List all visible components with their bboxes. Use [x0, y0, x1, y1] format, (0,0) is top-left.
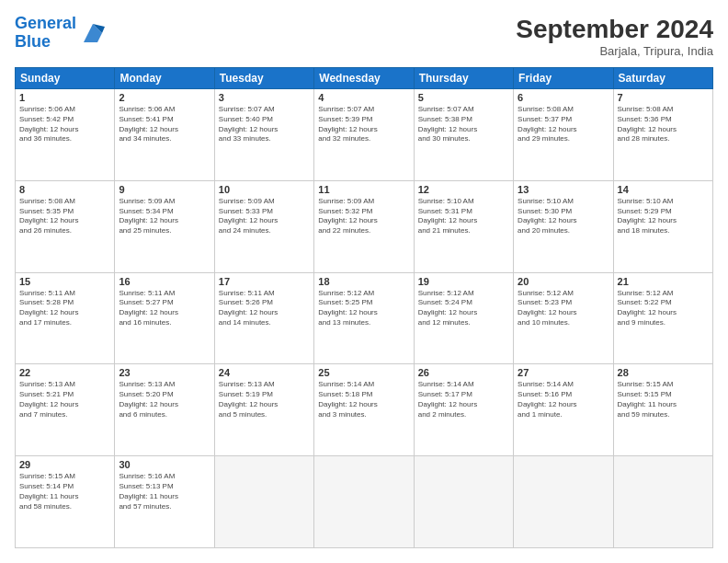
day-cell: 15 Sunrise: 5:11 AMSunset: 5:28 PMDaylig… [16, 272, 115, 364]
logo-text2: Blue [15, 33, 76, 52]
logo-icon [79, 19, 107, 47]
day-info: Sunrise: 5:07 AMSunset: 5:40 PMDaylight:… [219, 105, 310, 144]
week-row: 22 Sunrise: 5:13 AMSunset: 5:21 PMDaylig… [16, 364, 713, 456]
header-thursday: Thursday [414, 68, 513, 89]
day-info: Sunrise: 5:15 AMSunset: 5:14 PMDaylight:… [19, 472, 110, 511]
day-number: 16 [119, 276, 210, 287]
day-number: 26 [418, 367, 509, 378]
day-cell: 30 Sunrise: 5:16 AMSunset: 5:13 PMDaylig… [115, 456, 214, 548]
month-title: September 2024 [516, 15, 713, 44]
day-cell: 9 Sunrise: 5:09 AMSunset: 5:34 PMDayligh… [115, 180, 214, 272]
weekday-header-row: Sunday Monday Tuesday Wednesday Thursday… [16, 68, 713, 89]
day-info: Sunrise: 5:14 AMSunset: 5:18 PMDaylight:… [318, 380, 409, 419]
day-info: Sunrise: 5:14 AMSunset: 5:16 PMDaylight:… [518, 380, 609, 419]
day-cell: 28 Sunrise: 5:15 AMSunset: 5:15 PMDaylig… [613, 364, 712, 456]
header-monday: Monday [115, 68, 214, 89]
header-friday: Friday [514, 68, 613, 89]
empty-cell [214, 456, 313, 548]
day-number: 10 [219, 184, 310, 195]
day-number: 24 [219, 367, 310, 378]
day-number: 14 [618, 184, 709, 195]
day-cell: 27 Sunrise: 5:14 AMSunset: 5:16 PMDaylig… [514, 364, 613, 456]
day-cell: 1 Sunrise: 5:06 AMSunset: 5:42 PMDayligh… [16, 89, 115, 181]
day-number: 3 [219, 92, 310, 103]
day-info: Sunrise: 5:12 AMSunset: 5:23 PMDaylight:… [518, 289, 609, 328]
day-number: 21 [618, 276, 709, 287]
day-number: 11 [318, 184, 409, 195]
day-info: Sunrise: 5:09 AMSunset: 5:33 PMDaylight:… [219, 197, 310, 236]
day-number: 5 [418, 92, 509, 103]
header-wednesday: Wednesday [314, 68, 414, 89]
day-cell: 7 Sunrise: 5:08 AMSunset: 5:36 PMDayligh… [613, 89, 712, 181]
day-info: Sunrise: 5:12 AMSunset: 5:25 PMDaylight:… [318, 289, 409, 328]
day-info: Sunrise: 5:12 AMSunset: 5:24 PMDaylight:… [418, 289, 509, 328]
day-number: 13 [518, 184, 609, 195]
week-row: 15 Sunrise: 5:11 AMSunset: 5:28 PMDaylig… [16, 272, 713, 364]
day-number: 30 [119, 459, 210, 470]
day-cell: 4 Sunrise: 5:07 AMSunset: 5:39 PMDayligh… [314, 89, 414, 181]
header: General Blue September 2024 Barjala, Tri… [15, 15, 713, 58]
day-cell: 24 Sunrise: 5:13 AMSunset: 5:19 PMDaylig… [214, 364, 313, 456]
day-info: Sunrise: 5:12 AMSunset: 5:22 PMDaylight:… [618, 289, 709, 328]
header-sunday: Sunday [16, 68, 115, 89]
day-info: Sunrise: 5:13 AMSunset: 5:19 PMDaylight:… [219, 380, 310, 419]
day-cell: 6 Sunrise: 5:08 AMSunset: 5:37 PMDayligh… [514, 89, 613, 181]
day-number: 27 [518, 367, 609, 378]
header-saturday: Saturday [613, 68, 712, 89]
day-cell: 25 Sunrise: 5:14 AMSunset: 5:18 PMDaylig… [314, 364, 414, 456]
location: Barjala, Tripura, India [516, 44, 713, 58]
day-info: Sunrise: 5:13 AMSunset: 5:20 PMDaylight:… [119, 380, 210, 419]
day-info: Sunrise: 5:08 AMSunset: 5:35 PMDaylight:… [19, 197, 110, 236]
day-info: Sunrise: 5:14 AMSunset: 5:17 PMDaylight:… [418, 380, 509, 419]
day-cell: 5 Sunrise: 5:07 AMSunset: 5:38 PMDayligh… [414, 89, 513, 181]
day-number: 15 [19, 276, 110, 287]
day-cell: 22 Sunrise: 5:13 AMSunset: 5:21 PMDaylig… [16, 364, 115, 456]
day-number: 18 [318, 276, 409, 287]
day-number: 29 [19, 459, 110, 470]
day-info: Sunrise: 5:07 AMSunset: 5:39 PMDaylight:… [318, 105, 409, 144]
logo-text: General [15, 15, 76, 33]
day-number: 25 [318, 367, 409, 378]
logo: General Blue [15, 15, 107, 52]
day-info: Sunrise: 5:11 AMSunset: 5:26 PMDaylight:… [219, 289, 310, 328]
day-number: 1 [19, 92, 110, 103]
day-number: 9 [119, 184, 210, 195]
day-info: Sunrise: 5:09 AMSunset: 5:32 PMDaylight:… [318, 197, 409, 236]
title-block: September 2024 Barjala, Tripura, India [516, 15, 713, 58]
day-cell: 19 Sunrise: 5:12 AMSunset: 5:24 PMDaylig… [414, 272, 513, 364]
day-number: 7 [618, 92, 709, 103]
day-cell: 16 Sunrise: 5:11 AMSunset: 5:27 PMDaylig… [115, 272, 214, 364]
day-info: Sunrise: 5:09 AMSunset: 5:34 PMDaylight:… [119, 197, 210, 236]
day-info: Sunrise: 5:10 AMSunset: 5:30 PMDaylight:… [518, 197, 609, 236]
day-cell: 10 Sunrise: 5:09 AMSunset: 5:33 PMDaylig… [214, 180, 313, 272]
day-info: Sunrise: 5:08 AMSunset: 5:36 PMDaylight:… [618, 105, 709, 144]
day-number: 22 [19, 367, 110, 378]
week-row: 1 Sunrise: 5:06 AMSunset: 5:42 PMDayligh… [16, 89, 713, 181]
day-cell: 21 Sunrise: 5:12 AMSunset: 5:22 PMDaylig… [613, 272, 712, 364]
day-number: 8 [19, 184, 110, 195]
day-info: Sunrise: 5:16 AMSunset: 5:13 PMDaylight:… [119, 472, 210, 511]
day-number: 17 [219, 276, 310, 287]
day-cell: 2 Sunrise: 5:06 AMSunset: 5:41 PMDayligh… [115, 89, 214, 181]
day-info: Sunrise: 5:13 AMSunset: 5:21 PMDaylight:… [19, 380, 110, 419]
day-cell: 3 Sunrise: 5:07 AMSunset: 5:40 PMDayligh… [214, 89, 313, 181]
day-info: Sunrise: 5:08 AMSunset: 5:37 PMDaylight:… [518, 105, 609, 144]
day-cell: 13 Sunrise: 5:10 AMSunset: 5:30 PMDaylig… [514, 180, 613, 272]
day-info: Sunrise: 5:10 AMSunset: 5:29 PMDaylight:… [618, 197, 709, 236]
day-cell: 23 Sunrise: 5:13 AMSunset: 5:20 PMDaylig… [115, 364, 214, 456]
day-cell: 29 Sunrise: 5:15 AMSunset: 5:14 PMDaylig… [16, 456, 115, 548]
day-cell: 14 Sunrise: 5:10 AMSunset: 5:29 PMDaylig… [613, 180, 712, 272]
header-tuesday: Tuesday [214, 68, 313, 89]
day-info: Sunrise: 5:06 AMSunset: 5:42 PMDaylight:… [19, 105, 110, 144]
empty-cell [314, 456, 414, 548]
day-cell: 17 Sunrise: 5:11 AMSunset: 5:26 PMDaylig… [214, 272, 313, 364]
day-info: Sunrise: 5:11 AMSunset: 5:27 PMDaylight:… [119, 289, 210, 328]
day-cell: 18 Sunrise: 5:12 AMSunset: 5:25 PMDaylig… [314, 272, 414, 364]
empty-cell [514, 456, 613, 548]
week-row: 29 Sunrise: 5:15 AMSunset: 5:14 PMDaylig… [16, 456, 713, 548]
day-number: 23 [119, 367, 210, 378]
empty-cell [613, 456, 712, 548]
day-cell: 8 Sunrise: 5:08 AMSunset: 5:35 PMDayligh… [16, 180, 115, 272]
day-number: 4 [318, 92, 409, 103]
page: General Blue September 2024 Barjala, Tri… [0, 0, 728, 563]
